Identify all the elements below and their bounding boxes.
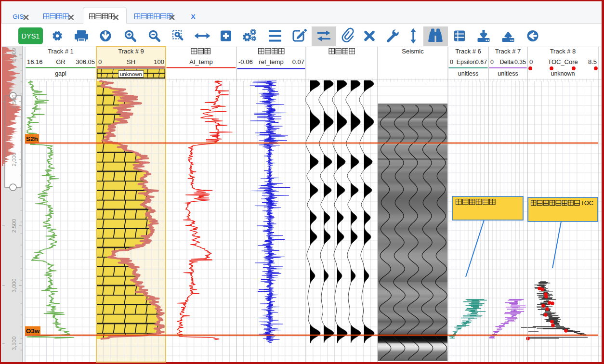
svg-text:100: 100 [154, 58, 164, 65]
svg-text:1,500: 1,500 [11, 95, 17, 109]
svg-text:unitless: unitless [458, 70, 478, 77]
svg-text:Epsilon: Epsilon [457, 59, 476, 65]
svg-text:GIS: GIS [13, 13, 24, 20]
svg-text:GR: GR [56, 58, 66, 65]
svg-text:0.67: 0.67 [475, 59, 487, 65]
svg-text:16.16: 16.16 [27, 58, 43, 65]
svg-text:2,500: 2,500 [11, 219, 17, 233]
svg-text:0: 0 [450, 59, 453, 65]
svg-text:0.07: 0.07 [292, 58, 304, 65]
svg-text:gapi: gapi [55, 70, 66, 77]
svg-text:Track # 7: Track # 7 [495, 48, 521, 55]
svg-text:-0.06: -0.06 [238, 58, 253, 65]
svg-text:0: 0 [98, 58, 102, 65]
svg-text:3,000: 3,000 [11, 279, 17, 293]
svg-text:SH: SH [127, 58, 135, 65]
svg-text:O3w: O3w [26, 327, 40, 335]
svg-text:S2h: S2h [26, 135, 38, 143]
svg-text:Track # 9: Track # 9 [118, 48, 144, 55]
svg-text:Seismic: Seismic [402, 48, 424, 55]
svg-text:2,000: 2,000 [11, 153, 17, 167]
svg-text:TOC: TOC [580, 199, 593, 207]
svg-text:Track # 8: Track # 8 [550, 48, 576, 55]
svg-text:unknown: unknown [120, 71, 142, 77]
svg-text:AI_temp: AI_temp [189, 58, 212, 65]
svg-text:Delta: Delta [500, 59, 514, 65]
svg-text:3,500: 3,500 [11, 337, 17, 351]
svg-text:unitless: unitless [498, 70, 518, 77]
svg-text:DYS1: DYS1 [22, 32, 40, 40]
svg-text:0: 0 [529, 58, 533, 65]
svg-text:1,009: 1,009 [11, 48, 17, 62]
svg-text:Track # 1: Track # 1 [48, 48, 74, 55]
svg-text:ref_temp: ref_temp [259, 58, 283, 65]
svg-text:0: 0 [490, 59, 494, 65]
svg-text:Track # 6: Track # 6 [455, 48, 481, 55]
svg-text:0.35: 0.35 [514, 59, 526, 65]
svg-text:8.5: 8.5 [588, 58, 597, 65]
svg-text:306.05: 306.05 [76, 58, 95, 65]
svg-text:unknown: unknown [551, 70, 575, 77]
svg-text:X: X [191, 13, 195, 20]
svg-text:TOC_Core: TOC_Core [548, 58, 578, 65]
